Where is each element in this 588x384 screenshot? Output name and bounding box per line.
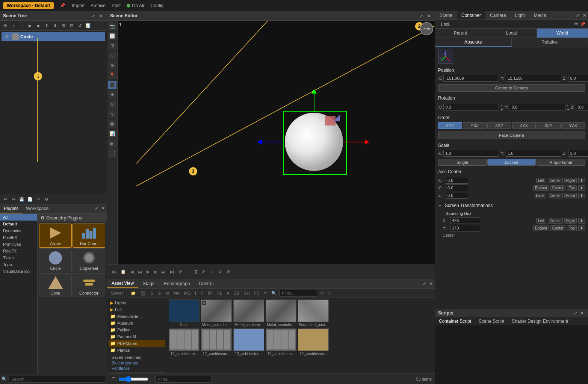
vp-cursor-icon[interactable]: ⊕ <box>108 61 116 70</box>
vp-select-icon[interactable]: ⬛ <box>108 81 116 89</box>
close-right-icon[interactable]: ✕ <box>581 12 587 18</box>
order-xyz[interactable]: XYZ <box>438 122 462 129</box>
bb-x-input[interactable] <box>450 217 480 224</box>
close-icon[interactable]: ✕ <box>98 13 104 19</box>
asset-metal2[interactable]: Metal_scratche... <box>233 299 264 327</box>
expand-icon[interactable]: ⊞ <box>59 22 67 29</box>
asset-scratched[interactable]: Scratched_pain... <box>298 299 329 327</box>
face-camera-btn[interactable]: Face Camera <box>438 132 585 139</box>
bb-y-center[interactable]: Center <box>550 225 565 231</box>
vp-sync-icon[interactable]: ⟳ <box>200 269 207 275</box>
folder-museum[interactable]: 📁 Museum <box>109 320 165 327</box>
snap-icon[interactable]: 📌 <box>580 21 586 27</box>
vp-pin-icon[interactable]: 📍 <box>108 71 116 79</box>
undo-icon[interactable]: ↩ <box>2 195 9 203</box>
asset-cobble5[interactable]: 12_cobbleston... <box>298 328 329 356</box>
vp-settings2-icon[interactable]: ⚙ <box>225 269 232 275</box>
plugin-cone[interactable]: Cone <box>39 273 72 297</box>
asset-metal1[interactable]: 5 Metal_scratche... <box>201 299 232 327</box>
save-as-icon[interactable]: 📄 <box>26 195 34 203</box>
coord-parent[interactable]: Parent <box>435 29 486 38</box>
pos-x-input[interactable] <box>443 75 499 82</box>
F-btn[interactable]: F <box>199 290 205 296</box>
vp-move-icon[interactable]: ✥ <box>108 91 116 99</box>
folder-lights[interactable]: ▶ Lights <box>109 299 165 306</box>
order-zyx[interactable]: ZYX <box>512 122 536 129</box>
vp-asset-icon[interactable]: 📋 <box>119 269 127 275</box>
tab-container[interactable]: Container <box>457 11 485 20</box>
remove-icon[interactable]: － <box>18 22 26 29</box>
axis-y-center[interactable]: Center <box>550 185 565 191</box>
import-button[interactable]: Import <box>72 3 85 8</box>
pos-y-input[interactable] <box>506 75 561 82</box>
asset-cobble4[interactable]: 12_cobbleston... <box>266 328 296 356</box>
asset-fischi[interactable]: fischi <box>169 299 200 327</box>
close-scene-icon[interactable]: ✕ <box>426 13 432 19</box>
close-panel-icon[interactable]: ✕ <box>100 205 106 211</box>
archive-button[interactable]: Archive <box>91 3 106 8</box>
scale-x-input[interactable] <box>443 150 499 157</box>
tab-camera[interactable]: Camera <box>485 11 511 20</box>
vp-stop2-icon[interactable]: ■ <box>153 269 158 275</box>
maximize-scripts-icon[interactable]: ⤢ <box>572 310 578 316</box>
cat-primitives[interactable]: Primitives <box>0 241 37 248</box>
compass-widget[interactable]: z↗x <box>420 22 433 35</box>
vp-chart2-icon[interactable]: 📊 <box>108 130 116 138</box>
plugin-connector[interactable]: Connector <box>73 273 105 297</box>
folder-paillion[interactable]: 📁 Paillion <box>109 327 165 333</box>
vp-object-icon[interactable]: ○ <box>108 51 116 60</box>
order-zxy[interactable]: ZXY <box>487 122 511 129</box>
scale-z-input[interactable] <box>568 150 588 157</box>
tab-container-script[interactable]: Container Script <box>435 317 475 325</box>
axis-z-spin[interactable]: ⬍ <box>578 193 585 198</box>
add-icon[interactable]: ＋ <box>10 22 17 29</box>
asset-help-icon[interactable]: ? <box>327 290 332 296</box>
eye-icon[interactable]: 👁 <box>3 33 11 41</box>
rot-z-input[interactable] <box>576 104 588 110</box>
bb-y-input[interactable] <box>450 225 480 231</box>
folder-btn[interactable]: 📁 <box>129 290 138 296</box>
tab-rendergraph[interactable]: Rendergraph <box>159 280 195 288</box>
center-to-camera-btn[interactable]: Center to Camera <box>438 84 585 92</box>
SH-btn[interactable]: SH <box>242 290 251 296</box>
list-view-icon[interactable]: ☰ <box>110 376 117 382</box>
move-up-icon[interactable]: ⬆ <box>43 22 50 29</box>
rot-y-input[interactable] <box>510 104 565 110</box>
axis-y-input[interactable] <box>446 184 468 191</box>
vp-prev-icon[interactable]: ◀ <box>129 269 135 275</box>
S-btn[interactable]: S <box>149 290 154 296</box>
FF-btn[interactable]: FF <box>206 290 214 296</box>
save-icon[interactable]: 💾 <box>18 195 26 203</box>
vp-camera-icon[interactable]: 📷 <box>108 22 116 30</box>
vp-rotate-icon[interactable]: ↻ <box>108 100 116 109</box>
tab-control[interactable]: Control <box>195 280 218 288</box>
scale-y-input[interactable] <box>506 150 561 157</box>
axis-y-spin[interactable]: ⬍ <box>578 185 585 191</box>
axis-y-bottom[interactable]: Bottom <box>533 185 549 191</box>
asset-metal3[interactable]: Metal_scratche... <box>266 299 296 327</box>
refresh-icon[interactable]: ↺ <box>76 22 83 29</box>
M-btn[interactable]: M <box>164 290 170 296</box>
collapse-icon[interactable]: ⊟ <box>68 22 75 29</box>
redo-icon[interactable]: ↪ <box>10 195 17 203</box>
bb-y-spin[interactable]: ⬍ <box>578 225 585 231</box>
bb-y-top[interactable]: Top <box>567 225 577 231</box>
eye2-icon[interactable]: 👁 <box>573 21 579 27</box>
stop-icon[interactable]: ■ <box>35 22 42 29</box>
axis-z-center[interactable]: Center <box>548 193 563 198</box>
cat-dynamics[interactable]: Dynamics <box>0 227 37 234</box>
vp-loop-icon[interactable]: ⟳ <box>177 269 183 275</box>
tab-asset-view[interactable]: Asset View <box>107 279 138 288</box>
MD-btn[interactable]: MD <box>183 290 192 296</box>
tab-stage[interactable]: Stage <box>138 280 159 288</box>
scale-single[interactable]: Single <box>438 159 487 166</box>
axis-x-center[interactable]: Center <box>548 178 563 183</box>
bb-x-right[interactable]: Right <box>564 218 577 224</box>
saved-search-blue[interactable]: Blue materials <box>112 360 162 366</box>
asset-cobble1[interactable]: 12_cobbleston... <box>169 328 200 356</box>
maximize-scene-icon[interactable]: ⤢ <box>418 13 424 19</box>
filter-input[interactable] <box>156 376 212 382</box>
bb-x-spin[interactable]: ⬍ <box>578 218 585 224</box>
close-scripts-icon[interactable]: ✕ <box>579 310 585 316</box>
tab-media[interactable]: Media <box>529 11 551 20</box>
